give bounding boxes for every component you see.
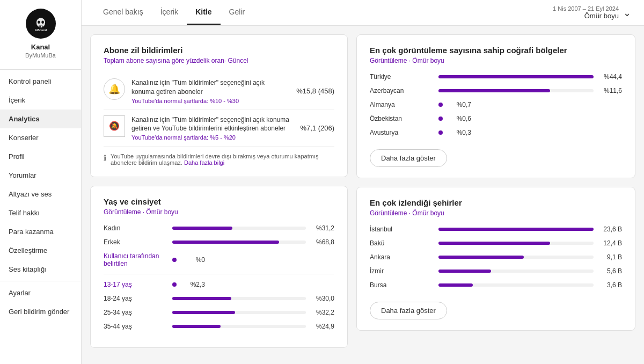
sidebar-item-ses-kitapligi[interactable]: Ses kitaplığı bbox=[0, 260, 81, 279]
age-gender-title: Yaş ve cinsiyet bbox=[104, 197, 334, 206]
sidebar-item-label: İçerik bbox=[9, 96, 25, 104]
age-row-13-17: 13-17 yaş %2,3 bbox=[104, 281, 334, 288]
sidebar-item-analytics[interactable]: Analytics bbox=[0, 110, 81, 128]
bar-label: Özbekistan bbox=[370, 115, 434, 122]
sidebar-item-label: Kontrol paneli bbox=[9, 77, 52, 85]
geo-row-almanya: Almanya %0,7 bbox=[370, 101, 622, 108]
bar-label: Kullanıcı tarafından belirtilen bbox=[104, 252, 168, 267]
section-divider bbox=[104, 274, 334, 274]
gender-row-erkek: Erkek %68,8 bbox=[104, 238, 334, 246]
sidebar-item-telif[interactable]: Telif hakkı bbox=[0, 203, 81, 222]
cities-more-button[interactable]: Daha fazla göster bbox=[370, 302, 447, 319]
info-row: ℹ YouTube uygulamasında bildirimleri dev… bbox=[104, 153, 334, 166]
bar-track bbox=[438, 283, 594, 287]
svg-point-2 bbox=[38, 21, 40, 24]
date-range: 1 Nis 2007 – 21 Eyl 2024 bbox=[553, 5, 619, 12]
bar-label: Avusturya bbox=[370, 129, 434, 136]
svg-rect-6 bbox=[41, 26, 41, 28]
sidebar-item-icerik[interactable]: İçerik bbox=[0, 91, 81, 110]
sidebar-item-konserler[interactable]: Konserler bbox=[0, 128, 81, 147]
bar-label: İzmir bbox=[370, 267, 434, 275]
channel-logo: AiSound bbox=[26, 9, 56, 39]
bar-fill bbox=[172, 227, 232, 230]
sidebar-divider bbox=[0, 69, 81, 70]
bar-value: 12,4 B bbox=[598, 239, 622, 247]
svg-rect-4 bbox=[39, 26, 42, 28]
left-column: Abone zil bildirimleri Toplam abone sayı… bbox=[90, 34, 348, 355]
bar-value: 9,1 B bbox=[598, 253, 622, 261]
right-column: En çok görüntüleme sayısına sahip coğraf… bbox=[356, 34, 635, 355]
bar-track bbox=[438, 270, 594, 273]
cities-subtitle: Görüntüleme · Ömür boyu bbox=[370, 209, 622, 217]
geo-row-ozbekistan: Özbekistan %0,6 bbox=[370, 115, 622, 122]
tab-icerik[interactable]: İçerik bbox=[152, 0, 187, 25]
sidebar-divider-2 bbox=[0, 281, 81, 281]
sidebar: AiSound Kanal ByMuMuBa Kontrol paneli İç… bbox=[0, 0, 82, 364]
bar-track bbox=[172, 311, 306, 314]
sidebar-item-para[interactable]: Para kazanma bbox=[0, 222, 81, 241]
info-link[interactable]: Daha fazla bilgi bbox=[184, 159, 224, 166]
tab-gelir[interactable]: Gelir bbox=[221, 0, 254, 25]
sidebar-item-kontrol-paneli[interactable]: Kontrol paneli bbox=[0, 72, 81, 91]
dot-indicator bbox=[438, 117, 443, 121]
bar-fill bbox=[438, 283, 473, 287]
channel-sub: ByMuMuBa bbox=[25, 52, 56, 59]
bar-track bbox=[438, 75, 594, 78]
notifications-subtitle: Toplam abone sayısına göre yüzdelik oran… bbox=[104, 57, 334, 64]
bar-label: İstanbul bbox=[370, 225, 434, 233]
sidebar-item-geri-bildirim[interactable]: Geri bildirim gönder bbox=[0, 302, 81, 321]
sidebar-item-label: Profil bbox=[9, 152, 25, 161]
sidebar-item-profil[interactable]: Profil bbox=[0, 147, 81, 166]
bar-value: %30,0 bbox=[310, 295, 334, 302]
content-area: Abone zil bildirimleri Toplam abone sayı… bbox=[82, 26, 644, 364]
bar-value: 5,6 B bbox=[598, 267, 622, 275]
bar-value: %0,6 bbox=[447, 115, 471, 122]
bar-fill bbox=[438, 270, 491, 273]
city-row-baku: Bakü 12,4 B bbox=[370, 239, 622, 247]
gender-row-kadin: Kadın %31,2 bbox=[104, 224, 334, 232]
cities-card: En çok izlendiği şehirler Görüntüleme · … bbox=[356, 187, 635, 331]
sidebar-item-ozellestirme[interactable]: Özelleştirme bbox=[0, 241, 81, 260]
bar-fill bbox=[438, 75, 594, 78]
cities-title: En çok izlendiği şehirler bbox=[370, 198, 622, 207]
bell-slash-icon: 🔕 bbox=[104, 115, 125, 137]
city-row-izmir: İzmir 5,6 B bbox=[370, 267, 622, 275]
notification-row-1: 🔔 Kanalınız için "Tüm bildirimler" seçen… bbox=[104, 73, 334, 110]
bar-label: Kadın bbox=[104, 224, 168, 232]
notif-value-1: %15,8 (458) bbox=[296, 87, 334, 95]
age-gender-subtitle: Görüntüleme · Ömür boyu bbox=[104, 208, 334, 216]
notif-value-2: %7,1 (206) bbox=[300, 124, 334, 132]
sidebar-item-label: Ses kitaplığı bbox=[9, 265, 47, 273]
sidebar-item-yorumlar[interactable]: Yorumlar bbox=[0, 166, 81, 185]
geo-more-button[interactable]: Daha fazla göster bbox=[370, 149, 447, 167]
date-selector[interactable]: 1 Nis 2007 – 21 Eyl 2024 Ömür boyu ⌄ bbox=[553, 5, 631, 20]
notif-normal-1: YouTube'da normal şartlarda: %10 - %30 bbox=[131, 98, 286, 104]
sidebar-item-altyazi[interactable]: Altyazı ve ses bbox=[0, 185, 81, 203]
bar-track bbox=[172, 325, 306, 328]
bar-fill bbox=[438, 242, 550, 245]
main-area: Genel bakış İçerik Kitle Gelir 1 Nis 200… bbox=[82, 0, 644, 364]
tab-genel[interactable]: Genel bakış bbox=[94, 0, 152, 25]
channel-name: Kanal bbox=[31, 43, 50, 51]
bar-value: %31,2 bbox=[310, 224, 334, 232]
date-info: 1 Nis 2007 – 21 Eyl 2024 Ömür boyu bbox=[553, 5, 619, 20]
sidebar-item-ayarlar[interactable]: Ayarlar bbox=[0, 283, 81, 302]
sidebar-item-label: Analytics bbox=[9, 115, 40, 123]
bar-label: Bursa bbox=[370, 281, 434, 289]
age-row-25-34: 25-34 yaş %32,2 bbox=[104, 309, 334, 316]
sidebar-item-label: Konserler bbox=[9, 134, 39, 142]
bar-label: 18-24 yaş bbox=[104, 295, 168, 302]
bar-value: 23,6 B bbox=[598, 225, 622, 233]
svg-text:AiSound: AiSound bbox=[34, 28, 46, 32]
sidebar-item-label: Para kazanma bbox=[9, 228, 54, 236]
bar-value: %44,4 bbox=[598, 73, 622, 81]
city-row-istanbul: İstanbul 23,6 B bbox=[370, 225, 622, 233]
info-icon: ℹ bbox=[104, 154, 106, 162]
notif-text-1: Kanalınız için "Tüm bildirimler" seçeneğ… bbox=[131, 78, 286, 104]
bar-value: %24,9 bbox=[310, 323, 334, 330]
age-row-18-24: 18-24 yaş %30,0 bbox=[104, 295, 334, 302]
gender-row-belirtilmemis: Kullanıcı tarafından belirtilen %0 bbox=[104, 252, 334, 267]
bar-label: Ankara bbox=[370, 253, 434, 261]
tab-kitle[interactable]: Kitle bbox=[187, 0, 220, 25]
dot-indicator bbox=[172, 282, 177, 287]
